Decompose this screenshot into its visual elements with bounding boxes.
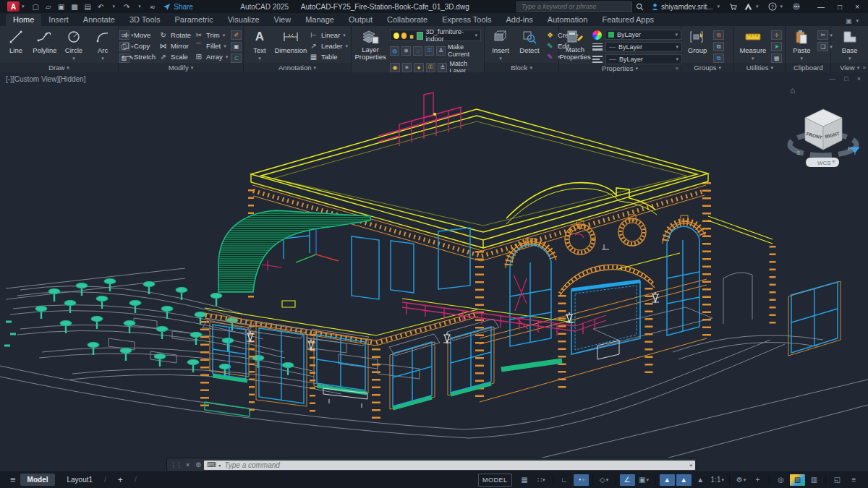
command-expand-icon[interactable]: ▴ [689, 462, 692, 468]
polar-tracking-toggle[interactable]: ◔▾ [574, 474, 589, 486]
search-box[interactable] [516, 1, 632, 12]
layer-dropdown[interactable]: 3D_furniture-indoor ▾ [390, 30, 481, 41]
model-viewport[interactable]: ⌂ FRONT RIGHT S E WCS [0, 72, 868, 471]
group-edit-icon[interactable]: ⧉ [713, 42, 724, 51]
rotate-button[interactable]: ↻Rotate [158, 30, 191, 40]
panel-draw-footer[interactable]: Draw▾ [0, 63, 118, 72]
search-input[interactable] [520, 2, 629, 11]
quick-calc-icon[interactable]: ▦ [771, 53, 782, 63]
move-button[interactable]: ✛Move [122, 30, 156, 40]
unisolate-layer-icon[interactable]: ◉ [390, 63, 399, 72]
compass-south-label[interactable]: S [796, 150, 801, 156]
help-button[interactable]: ? ▾ [768, 2, 786, 11]
linetype-icon[interactable] [592, 56, 603, 63]
close-button[interactable]: × [855, 3, 859, 11]
panel-utilities-footer[interactable]: Utilities▾ [734, 63, 785, 72]
polyline-button[interactable]: Polyline [32, 28, 58, 55]
panel-block-footer[interactable]: Block▾ [485, 63, 558, 72]
save-icon[interactable]: ▣ [58, 3, 64, 11]
tab-home[interactable]: Home [6, 14, 41, 26]
new-layout-button[interactable]: + [111, 473, 130, 487]
scale-button[interactable]: ⇗Scale [158, 51, 191, 62]
isometric-drafting-toggle[interactable]: ◇▾ [597, 474, 612, 486]
thaw-layer-icon[interactable]: ☀ [402, 63, 412, 72]
explode-icon[interactable]: ▣ [231, 42, 242, 51]
leader-button[interactable]: ↗Leader▾ [309, 40, 348, 51]
measure-button[interactable]: Measure ▾ [737, 28, 768, 62]
command-input-wrap[interactable]: ⌨ ▾ ▴ [204, 461, 695, 470]
group-button[interactable]: Group [684, 28, 710, 55]
group-select-icon[interactable]: ⧉ [713, 53, 724, 63]
detect-button[interactable]: Detect [516, 28, 542, 55]
make-current-label[interactable]: Make Current [448, 43, 481, 58]
properties-expand-icon[interactable]: » [676, 65, 678, 72]
user-account-button[interactable]: shiyamdev.srit... ▾ [651, 3, 722, 11]
command-recent-dropdown-icon[interactable]: ▾ [218, 463, 221, 468]
on-layer-icon[interactable]: ● [414, 63, 423, 72]
copy-clip-icon[interactable]: ❏ [817, 42, 828, 51]
lineweight-icon[interactable] [592, 43, 603, 51]
fillet-button[interactable]: ⌒Fillet▾ [194, 40, 228, 51]
tab-output[interactable]: Output [341, 14, 380, 26]
join-icon[interactable]: ⊂ [231, 53, 242, 63]
text-button[interactable]: A Text ▾ [247, 28, 273, 62]
unlock-layer-icon[interactable]: ⚿ [426, 63, 435, 72]
tab-parametric[interactable]: Parametric [168, 14, 221, 26]
tab-insert[interactable]: Insert [41, 14, 76, 26]
erase-icon[interactable]: ✐ [231, 30, 242, 40]
open-file-icon[interactable]: ▱ [46, 3, 51, 11]
search-icon[interactable] [636, 3, 644, 11]
tab-add-ins[interactable]: Add-ins [499, 14, 540, 26]
circle-button[interactable]: Circle ▾ [61, 28, 87, 62]
arc-dropdown-icon[interactable]: ▾ [101, 56, 104, 61]
match-layer-icon[interactable]: ≜ [438, 63, 447, 72]
mirror-button[interactable]: ⋈Mirror [158, 40, 191, 51]
tab-visualize[interactable]: Visualize [221, 14, 267, 26]
ortho-toggle[interactable]: ∟ [557, 474, 572, 486]
lineweight-dropdown[interactable]: — ByLayer ▾ [605, 42, 682, 52]
panel-annotation-footer[interactable]: Annotation▾ [244, 63, 351, 72]
circle-dropdown-icon[interactable]: ▾ [72, 56, 75, 61]
doc-close-button[interactable]: × [857, 75, 861, 82]
stretch-button[interactable]: ⟷Stretch [122, 51, 156, 62]
plot-icon[interactable]: ▤ [85, 3, 91, 11]
quick-select-icon[interactable]: ➤ [771, 42, 782, 51]
tab-overflow-button[interactable]: ▣▾ [846, 17, 861, 26]
customization-menu-button[interactable]: ≡ [846, 474, 861, 486]
paste-button[interactable]: Paste ▾ [788, 28, 814, 62]
layout1-tab[interactable]: Layout1 [59, 474, 100, 486]
command-close-icon[interactable]: × [186, 461, 190, 468]
tab-manage[interactable]: Manage [298, 14, 341, 26]
cut-icon[interactable]: ✂ [817, 30, 828, 40]
annotation-visibility-toggle[interactable]: ▲ [660, 474, 675, 486]
linetype-dropdown[interactable]: –– ByLayer ▾ [605, 54, 682, 64]
view-expand-icon[interactable]: » [863, 64, 866, 71]
doc-minimize-button[interactable]: — [829, 75, 835, 82]
logo-dropdown-icon[interactable]: ▾ [22, 4, 25, 9]
trim-button[interactable]: ✂Trim▾ [194, 30, 228, 40]
command-input[interactable] [223, 461, 687, 470]
model-space-toggle[interactable]: MODEL [478, 474, 512, 487]
undo-dropdown-icon[interactable]: ▾ [112, 4, 115, 9]
panel-view-footer[interactable]: View▾» [831, 63, 868, 72]
panel-modify-footer[interactable]: Modify▾ [119, 63, 243, 72]
make-current-icon[interactable]: ≚ [436, 46, 446, 56]
freeze-layer-icon[interactable]: ❄ [401, 46, 411, 56]
tab-3d-tools[interactable]: 3D Tools [122, 14, 168, 26]
model-tab[interactable]: Model [20, 474, 56, 486]
linear-button[interactable]: ⊢Linear▾ [309, 30, 348, 40]
grid-toggle[interactable]: ▦ [517, 474, 532, 486]
autocad-logo[interactable]: A [7, 1, 20, 12]
panel-groups-footer[interactable]: Groups▾ [681, 63, 733, 72]
annotation-monitor-button[interactable]: + [750, 474, 765, 486]
doc-restore-button[interactable]: □ [844, 75, 848, 82]
snap-toggle[interactable]: ∷▾ [534, 474, 549, 486]
match-properties-button[interactable]: Match Properties [562, 28, 588, 61]
redo-dropdown-icon[interactable]: ▾ [138, 4, 141, 9]
assistant-icon[interactable] [792, 2, 801, 11]
command-customize-icon[interactable]: ⚙ [195, 461, 201, 468]
off-layer-icon[interactable]: ◌ [413, 46, 422, 56]
object-color-dropdown[interactable]: ByLayer ▾ [605, 30, 681, 40]
tab-annotate[interactable]: Annotate [76, 14, 122, 26]
tab-express-tools[interactable]: Express Tools [435, 14, 498, 26]
